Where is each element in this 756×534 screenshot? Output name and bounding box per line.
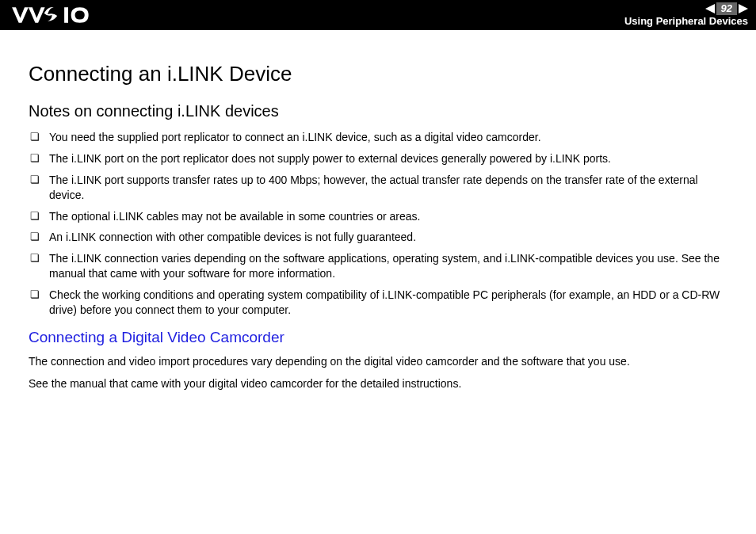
list-item: The optional i.LINK cables may not be av…: [29, 209, 732, 224]
prev-page-icon[interactable]: [705, 4, 715, 13]
list-item: An i.LINK connection with other compatib…: [29, 230, 732, 245]
notes-list: You need the supplied port replicator to…: [29, 130, 732, 318]
list-item: The i.LINK connection varies depending o…: [29, 251, 732, 281]
list-item: The i.LINK port on the port replicator d…: [29, 151, 732, 166]
subsection-heading: Connecting a Digital Video Camcorder: [29, 329, 732, 346]
page-title: Connecting an i.LINK Device: [29, 62, 732, 86]
next-page-icon[interactable]: [739, 4, 748, 13]
svg-rect-0: [64, 7, 68, 23]
page-number: 92: [716, 2, 737, 15]
vaio-logo: [11, 6, 90, 24]
list-item: Check the working conditions and operati…: [29, 288, 732, 318]
list-item: You need the supplied port replicator to…: [29, 130, 732, 145]
header-right: 92 Using Peripheral Devices: [624, 2, 748, 28]
page-nav: 92: [705, 2, 748, 15]
paragraph: The connection and video import procedur…: [29, 354, 732, 370]
content: Connecting an i.LINK Device Notes on con…: [0, 30, 756, 414]
section-name: Using Peripheral Devices: [624, 15, 748, 28]
list-item: The i.LINK port supports transfer rates …: [29, 173, 732, 203]
header-bar: 92 Using Peripheral Devices: [0, 0, 756, 30]
paragraph: See the manual that came with your digit…: [29, 376, 732, 392]
notes-heading: Notes on connecting i.LINK devices: [29, 102, 732, 120]
